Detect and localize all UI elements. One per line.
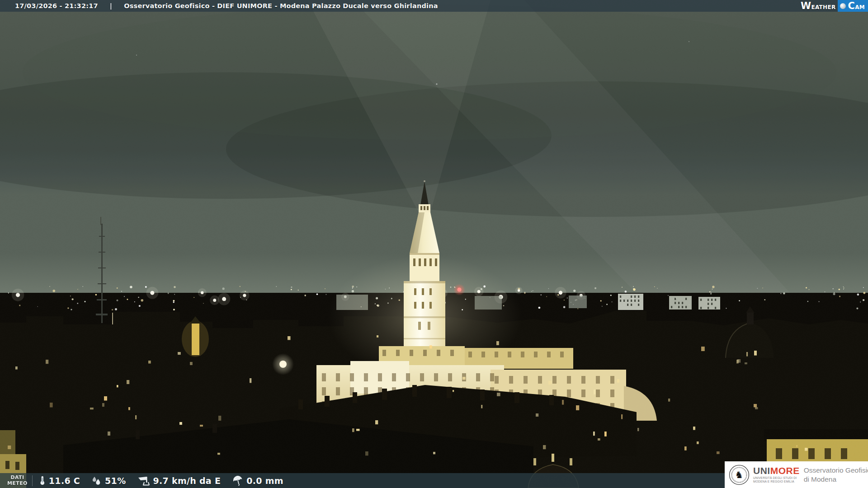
rain-icon: [232, 476, 243, 486]
thermometer-icon: [39, 475, 46, 486]
top-info-bar: 17/03/2026 - 21:32:17 | Osservatorio Geo…: [0, 0, 868, 12]
weathercam-logo-box: Cam: [838, 0, 868, 12]
divider: [32, 475, 33, 486]
rain-value: 0.0 mm: [246, 476, 283, 486]
timestamp: 17/03/2026 - 21:32:17: [15, 2, 98, 9]
camera-lens-icon: [840, 3, 846, 9]
weathercam-logo-cam: Cam: [848, 0, 865, 11]
temperature-value: 11.6 C: [49, 476, 80, 486]
humidity-reading: 51%: [92, 476, 126, 486]
weathercam-logo-weather: Weather: [801, 0, 836, 11]
dati-meteo-label: DATI METEO: [7, 475, 28, 486]
humidity-icon: [92, 476, 102, 486]
wind-icon: [137, 475, 150, 486]
unimore-seal-icon: ♞: [729, 465, 750, 485]
page-title: Osservatorio Geofisico - DIEF UNIMORE - …: [124, 2, 438, 9]
weathercam-logo[interactable]: Weather Cam: [801, 0, 868, 12]
humidity-value: 51%: [105, 476, 126, 486]
unimore-logo[interactable]: ♞ UNIMORE UNIVERSITÀ DEGLI STUDI DI MODE…: [725, 461, 868, 488]
unimore-wordmark: UNIMORE UNIVERSITÀ DEGLI STUDI DI MODENA…: [753, 466, 800, 483]
rain-reading: 0.0 mm: [232, 476, 283, 486]
svg-text:♞: ♞: [735, 469, 744, 480]
separator: |: [110, 2, 113, 9]
wind-value: 9.7 km/h da E: [153, 476, 221, 486]
webcam-viewer: 17/03/2026 - 21:32:17 | Osservatorio Geo…: [0, 0, 868, 488]
webcam-photo: [0, 0, 868, 488]
wind-reading: 9.7 km/h da E: [137, 475, 221, 486]
temperature-reading: 11.6 C: [39, 475, 80, 486]
observatory-name: Osservatorio Geofisico di Modena: [804, 466, 868, 483]
